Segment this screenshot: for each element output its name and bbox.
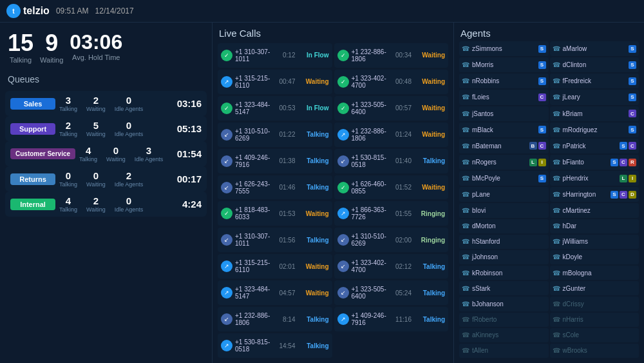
call-duration: 00:53 (279, 104, 295, 112)
call-status-icon: ↙ (221, 313, 232, 325)
call-status-icon: ↗ (337, 208, 349, 219)
call-item: ✓ +1 232-886-1806 00:34 Waiting (334, 43, 449, 68)
phone-icon: ☎ (462, 222, 469, 230)
call-number: +1 323-505-6400 (352, 286, 393, 300)
call-item: ↙ +1 310-510-6269 02:00 Ringing (334, 228, 449, 252)
call-status-icon: ↙ (221, 182, 232, 193)
call-status-icon: ↗ (337, 129, 349, 141)
agent-item: ☎ pHendrix LI (550, 171, 639, 186)
phone-icon: ☎ (553, 238, 560, 245)
calls-grid: ✓ +1 310-307-1011 0:12 In Flow ✓ +1 232-… (218, 43, 448, 358)
agent-name: dCrissy (563, 300, 634, 308)
agent-badge-S: S (538, 126, 546, 133)
agent-badge-R: R (629, 159, 636, 166)
agent-item: ☎ nBateman BC (459, 139, 549, 153)
queue-item: Returns 0 Talking 0 Waiting 2 Idle Agent… (5, 166, 207, 191)
call-duration: 01:38 (279, 157, 295, 164)
call-status-label: Waiting (416, 184, 445, 191)
call-duration: 05:24 (395, 289, 412, 297)
agent-item: ☎ bMcPoyle S (459, 171, 549, 186)
agent-name: nRogers (472, 159, 527, 166)
agent-item: ☎ kRobinson (459, 266, 549, 280)
call-number: +1 409-246-7916 (352, 312, 393, 326)
agent-name: jWilliams (563, 238, 634, 245)
call-status-label: Waiting (416, 104, 445, 112)
agent-badges: S (629, 77, 636, 85)
call-duration: 02:12 (395, 263, 412, 270)
call-duration: 11:16 (395, 316, 412, 323)
queue-idle: 3 Idle Agents (135, 145, 164, 162)
phone-icon: ☎ (462, 77, 469, 84)
call-item: ↙ +1 232-886-1806 8:14 Talking (218, 307, 332, 331)
live-calls-title: Live Calls (218, 28, 448, 39)
call-status-icon: ↗ (221, 340, 232, 351)
phone-icon: ☎ (553, 347, 560, 354)
agent-item: ☎ hStanford (459, 235, 549, 249)
phone-icon: ☎ (462, 207, 469, 214)
agent-item: ☎ jWilliams (550, 235, 639, 249)
call-status-label: In Flow (300, 52, 329, 59)
phone-icon: ☎ (553, 110, 560, 117)
agent-badge-I: I (629, 175, 636, 182)
agent-name: bIovi (472, 207, 544, 214)
agent-badge-S: S (538, 77, 546, 85)
queue-waiting: 0 Waiting (86, 170, 106, 188)
call-number: +1 323-484-5147 (235, 286, 276, 300)
call-duration: 8:14 (283, 316, 295, 323)
call-item: ↗ +1 315-215-6110 00:47 Waiting (218, 70, 332, 94)
agent-badges: SCR (611, 159, 636, 166)
queue-badge: Customer Service (10, 148, 75, 159)
call-number: +1 818-483-6033 (235, 206, 276, 221)
agent-badges: S (629, 61, 636, 69)
queue-stats: 3 Talking 2 Waiting 0 Idle Agents (59, 95, 173, 112)
agent-name: zGunter (563, 285, 634, 292)
call-status-label: Waiting (416, 52, 445, 59)
call-status-icon: ↗ (221, 76, 232, 88)
agent-name: sHarrington (563, 191, 609, 198)
agent-name: jSantos (472, 110, 544, 117)
call-duration: 01:56 (279, 237, 295, 244)
agent-item: ☎ nRobbins S (459, 74, 549, 88)
agent-item: ☎ mBologna (550, 266, 639, 280)
queue-avg-hold: 01:54 (177, 148, 202, 159)
call-status-icon: ↙ (337, 287, 349, 299)
call-item: ✓ +1 323-402-4700 00:48 Waiting (334, 70, 449, 94)
call-item: ↙ +1 310-510-6269 01:22 Talking (218, 123, 332, 147)
agent-badges: LI (620, 175, 636, 182)
queue-item: Sales 3 Talking 2 Waiting 0 Idle Agents … (5, 91, 207, 116)
agent-badge-C: C (629, 110, 636, 117)
agent-badges: S (629, 126, 636, 133)
queue-waiting: 2 Waiting (86, 195, 106, 213)
call-status-label: Waiting (300, 263, 329, 270)
call-status-icon: ↙ (221, 155, 232, 167)
call-duration: 01:53 (279, 210, 295, 217)
agent-item: ☎ fLoies C (459, 90, 549, 104)
call-number: +1 310-307-1011 (235, 233, 276, 247)
call-status-icon: ✓ (221, 50, 232, 61)
call-duration: 00:34 (395, 52, 412, 59)
phone-icon: ☎ (462, 331, 469, 338)
call-duration: 01:24 (395, 131, 412, 138)
agent-item: ☎ fFredreick S (550, 74, 639, 88)
logo-icon: t (6, 4, 21, 18)
call-item: ↙ +1 409-246-7916 01:38 Talking (218, 149, 332, 173)
agent-badge-S: S (629, 126, 636, 133)
agent-badge-D: D (629, 191, 636, 199)
stat-waiting: 9 Waiting (40, 32, 63, 64)
logo: t telzio (6, 4, 50, 18)
agent-badge-S: S (538, 45, 546, 53)
agents-grid: ☎ zSimmons S ☎ aMarlow S ☎ bMorris S ☎ d… (459, 41, 639, 358)
agent-item: ☎ dMorton (459, 219, 549, 233)
queue-stats: 0 Talking 0 Waiting 2 Idle Agents (59, 170, 173, 188)
agent-name: cMartinez (563, 207, 634, 214)
main-container: 15 Talking 9 Waiting 03:06 Avg. Hold Tim… (0, 23, 644, 363)
call-status-label: Talking (300, 184, 329, 191)
call-number: +1 866-363-7726 (352, 206, 393, 221)
stats-row: 15 Talking 9 Waiting 03:06 Avg. Hold Tim… (5, 28, 207, 68)
agent-badge-C: C (620, 159, 627, 166)
agent-name: fRoberto (472, 316, 544, 323)
agent-name: jJohnson (472, 253, 544, 260)
agent-name: bFianto (563, 159, 609, 166)
queue-talking: 2 Talking (59, 120, 77, 137)
agent-badges: SCD (611, 191, 636, 199)
